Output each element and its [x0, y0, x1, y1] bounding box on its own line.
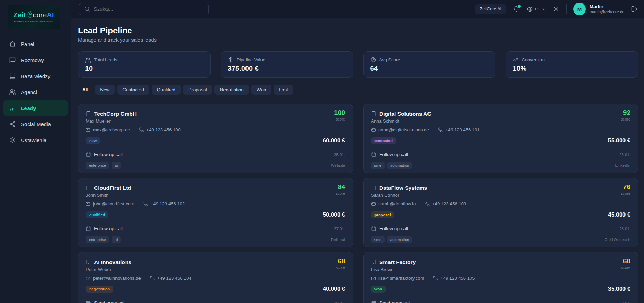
filter-tab-lost[interactable]: Lost [274, 85, 293, 95]
tag-pill: enterprise [86, 162, 109, 169]
lead-card-techcorp-gmbh[interactable]: TechCorp GmbH 100 score Max Mueller max@… [78, 104, 353, 173]
sidebar-item-rozmowy[interactable]: Rozmowy [0, 52, 71, 68]
lead-score: 100 [334, 109, 345, 116]
lead-score-label: score [334, 117, 345, 121]
filter-tab-proposal[interactable]: Proposal [183, 85, 212, 95]
tag-pill: ai [112, 162, 121, 169]
status-badge: contacted [371, 137, 396, 144]
stat-card-total-leads: Total Leads 10 [78, 51, 211, 78]
mail-icon [86, 276, 91, 281]
settings-button[interactable] [553, 6, 560, 13]
stat-value: 10 [85, 64, 204, 72]
lead-email[interactable]: peter@aiinnovations.de [86, 275, 141, 281]
sidebar-item-social-media[interactable]: Social Media [0, 116, 71, 132]
filter-tab-all[interactable]: All [78, 85, 92, 95]
lead-email[interactable]: max@techcorp.de [86, 127, 130, 133]
notifications-button[interactable] [513, 6, 520, 13]
lead-phone[interactable]: +49 123 456 101 [438, 127, 479, 133]
filter-tab-qualified[interactable]: Qualified [152, 85, 181, 95]
filter-tab-won[interactable]: Won [251, 85, 272, 95]
lead-email[interactable]: sarah@dataflow.io [371, 201, 416, 207]
tag-pill: automation [387, 236, 412, 243]
building-icon [86, 185, 91, 191]
calendar-icon [371, 152, 376, 157]
brand-logo[interactable]: Zeit coreAI Powering Autonomous Producti… [8, 5, 60, 29]
logout-button[interactable] [631, 6, 638, 13]
lead-card-smart-factory[interactable]: Smart Factory 60 score Lisa Brown lisa@s… [363, 252, 638, 303]
tag-pill: enterprise [86, 236, 109, 243]
lead-email[interactable]: lisa@smartfactory.com [371, 275, 424, 281]
lead-contact-name: Lisa Brown [371, 266, 630, 272]
lead-card-cloudfirst-ltd[interactable]: CloudFirst Ltd 84 score John Smith john@… [78, 178, 353, 247]
phone-icon [150, 276, 155, 281]
brand-logo-core: core [33, 11, 47, 19]
lead-tags: enterpriseai [86, 162, 121, 169]
lead-next-date: 25.01. [334, 153, 345, 157]
stats-row: Total Leads 10 Pipeline Value 375.000 € … [78, 51, 638, 78]
stat-label: Conversion [522, 57, 545, 62]
product-badge[interactable]: ZeitCore AI [475, 4, 507, 14]
calendar-icon [371, 226, 376, 231]
lead-score-label: score [621, 191, 630, 195]
lead-email[interactable]: john@cloudfirst.com [86, 201, 134, 207]
sidebar-item-panel[interactable]: Panel [0, 36, 71, 52]
brand-logo-zeit: Zeit [13, 11, 26, 19]
gear-icon [9, 137, 16, 143]
users-icon [9, 88, 16, 95]
avatar: M [573, 3, 586, 15]
search-input[interactable] [94, 6, 204, 12]
phone-icon [433, 276, 438, 281]
language-selector[interactable]: PL [526, 6, 546, 13]
filter-tab-negotiation[interactable]: Negotiation [214, 85, 249, 95]
chat-icon [9, 56, 16, 63]
target-icon [370, 57, 376, 63]
lead-company-name: CloudFirst Ltd [94, 184, 131, 192]
sidebar-item-ustawienia[interactable]: Ustawienia [0, 132, 71, 148]
chart-icon [9, 104, 16, 111]
mail-icon [86, 202, 91, 207]
chevron-down-icon [541, 7, 546, 11]
lead-score: 84 [336, 183, 345, 191]
sidebar-item-baza-wiedzy[interactable]: Baza wiedzy [0, 68, 71, 84]
sidebar-item-leady[interactable]: Leady [3, 100, 68, 116]
calendar-icon [86, 300, 91, 303]
lead-score-block: 92 score [621, 109, 630, 121]
lead-next-date: 26.01. [619, 153, 630, 157]
book-icon [9, 72, 16, 79]
globe-icon [526, 6, 533, 13]
lead-company-name: DataFlow Systems [379, 184, 427, 192]
lead-phone[interactable]: +49 123 456 103 [425, 201, 466, 207]
brand-head-icon [26, 11, 33, 19]
lead-email[interactable]: anna@digitalsolutions.de [371, 127, 429, 133]
phone-icon [438, 127, 443, 132]
lead-phone[interactable]: +49 123 456 100 [139, 127, 181, 133]
stat-label: Avg Score [379, 57, 400, 62]
lead-value: 40.000 € [323, 286, 345, 292]
sidebar-item-agenci[interactable]: Agenci [0, 84, 71, 100]
filter-tab-new[interactable]: New [95, 85, 115, 95]
lead-score-label: score [621, 117, 630, 121]
stat-card-pipeline-value: Pipeline Value 375.000 € [221, 51, 353, 78]
mail-icon [86, 127, 91, 132]
lead-phone[interactable]: +49 123 456 102 [143, 201, 185, 207]
building-icon [371, 185, 376, 191]
building-icon [86, 259, 91, 265]
calendar-icon [371, 300, 376, 303]
calendar-icon [86, 226, 91, 231]
filter-tab-contacted[interactable]: Contacted [117, 85, 149, 95]
search-box[interactable] [79, 3, 209, 15]
lead-card-dataflow-systems[interactable]: DataFlow Systems 76 score Sarah Connor s… [363, 178, 638, 247]
sidebar-item-label: Rozmowy [21, 57, 44, 63]
brand-logo-ai: AI [47, 11, 54, 19]
stat-card-conversion: Conversion 10% [506, 51, 638, 78]
lead-card-ai-innovations[interactable]: AI Innovations 68 score Peter Weber pete… [78, 252, 353, 303]
lead-score-label: score [336, 191, 345, 195]
lead-source: Referral [331, 238, 345, 242]
lead-score: 92 [621, 109, 630, 116]
lead-phone[interactable]: +49 123 456 105 [433, 275, 475, 281]
user-menu[interactable]: M Martin martin@zeitcore.de [573, 3, 624, 15]
stat-value: 64 [370, 64, 489, 72]
status-badge: new [86, 137, 100, 144]
lead-phone[interactable]: +49 123 456 104 [150, 275, 191, 281]
lead-card-digital-solutions-ag[interactable]: Digital Solutions AG 92 score Anna Schmi… [363, 104, 638, 173]
